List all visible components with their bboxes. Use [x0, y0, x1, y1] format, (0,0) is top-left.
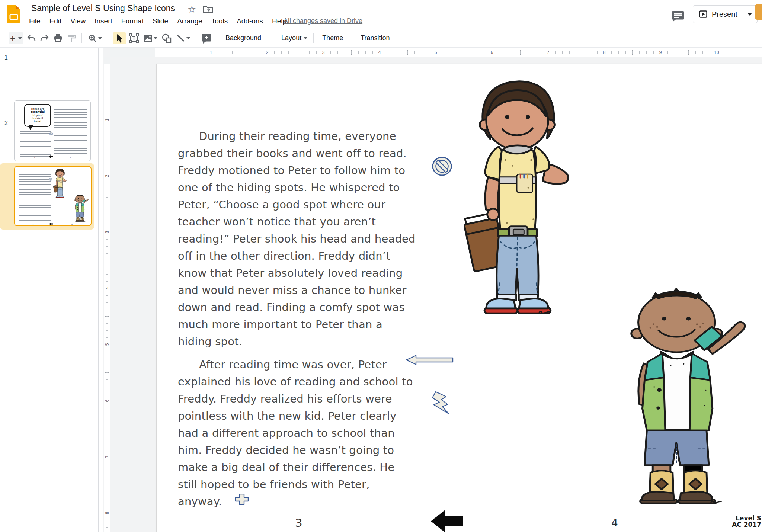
- plus-shape[interactable]: [235, 494, 249, 505]
- toolbar-divider: [108, 33, 108, 43]
- present-button[interactable]: Present: [693, 5, 758, 23]
- slide-filmstrip: 1 These areessentialto yoursurvivalhere!…: [0, 48, 103, 532]
- menu-view[interactable]: View: [70, 17, 86, 25]
- toolbar: +: [0, 29, 762, 48]
- page-number-4[interactable]: 4: [611, 517, 618, 529]
- print-icon: [53, 34, 63, 43]
- paint-roller-icon: [67, 34, 76, 43]
- story-line: During their reading time, everyone: [178, 128, 442, 145]
- vertical-ruler[interactable]: 12345678: [104, 57, 110, 532]
- story-line: teacher won’t notice that you aren’t: [178, 213, 442, 230]
- text-box-icon: [129, 33, 139, 43]
- menu-edit[interactable]: Edit: [49, 17, 62, 25]
- menu-slide[interactable]: Slide: [153, 17, 168, 25]
- toolbar-divider: [313, 33, 314, 43]
- insert-comment-button[interactable]: [201, 32, 212, 44]
- menu-addons[interactable]: Add-ons: [237, 17, 263, 25]
- new-slide-button[interactable]: +: [9, 32, 23, 44]
- thumb1-text-column-right: [54, 108, 87, 155]
- move-to-folder-icon[interactable]: [203, 5, 213, 14]
- menu-format[interactable]: Format: [121, 17, 144, 25]
- present-button-main[interactable]: Present: [693, 6, 742, 23]
- cursor-icon: [115, 33, 124, 43]
- toolbar-divider: [217, 33, 217, 43]
- print-button[interactable]: [52, 32, 64, 44]
- vertical-ruler-ticks: [104, 64, 110, 532]
- star-icon[interactable]: ☆: [188, 4, 196, 15]
- transition-button[interactable]: Transition: [355, 34, 395, 42]
- layout-button[interactable]: Layout: [275, 32, 309, 44]
- comment-add-icon: [201, 33, 212, 44]
- select-tool-button[interactable]: [113, 32, 126, 44]
- story-line: him. Freddy decided he wasn’t going to: [178, 442, 442, 459]
- story-line: one of the hiding spots. He whispered to: [178, 179, 442, 196]
- paint-format-button[interactable]: [66, 32, 77, 44]
- document-title[interactable]: Sample of Level S Using Shape Icons: [31, 3, 175, 13]
- zoom-button[interactable]: [86, 32, 103, 44]
- present-button-label: Present: [712, 10, 737, 19]
- top-bar: Sample of Level S Using Shape Icons ☆ Fi…: [0, 0, 762, 29]
- black-arrow-shape[interactable]: [431, 510, 463, 532]
- chevron-down-icon: [98, 37, 102, 39]
- comment-history-icon[interactable]: [671, 10, 685, 23]
- slide-1-number: 1: [4, 54, 8, 61]
- google-slides-logo-icon[interactable]: [7, 4, 21, 24]
- story-line: anyway.: [178, 493, 442, 510]
- h-ruler-number: 5: [433, 50, 438, 55]
- h-ruler-number: 2: [265, 50, 270, 55]
- insert-image-button[interactable]: [142, 32, 159, 44]
- story-line: had a different approach to school than: [178, 424, 442, 442]
- chevron-down-icon: [186, 37, 190, 39]
- story-line: much more important to Peter than a: [178, 316, 442, 333]
- boy-waving-clipart[interactable]: [621, 288, 746, 505]
- story-line: make a big deal of their differences. He: [178, 459, 442, 476]
- theme-button[interactable]: Theme: [317, 34, 348, 42]
- horizontal-ruler[interactable]: 12345678910: [110, 48, 762, 57]
- redo-icon: [40, 34, 49, 43]
- page-number-3[interactable]: 3: [295, 516, 302, 529]
- thumb1-text-column-left: [20, 130, 51, 157]
- story-line: down and read. Finding a comfy spot was: [178, 299, 442, 316]
- v-ruler-number: 7: [105, 455, 110, 459]
- v-ruler-number: 1: [105, 118, 110, 122]
- story-line: still hoped to be friends with Peter,: [178, 476, 442, 493]
- text-box-button[interactable]: [128, 32, 140, 44]
- slide-1-thumbnail[interactable]: These areessentialto yoursurvivalhere! 1…: [14, 100, 91, 161]
- thumb1-bubble-line: here!: [34, 120, 41, 124]
- v-ruler-number: 6: [105, 398, 110, 403]
- no-symbol-shape[interactable]: [432, 157, 452, 176]
- slide-2-thumbnail-selected[interactable]: 3 4: [14, 166, 92, 226]
- thumb2-page-number: 3: [32, 223, 33, 225]
- save-status-link[interactable]: All changes saved in Drive: [284, 17, 362, 25]
- insert-shape-button[interactable]: [161, 32, 172, 44]
- thumb2-page-number: 4: [71, 223, 73, 225]
- boy-with-book-clipart[interactable]: [463, 71, 571, 315]
- story-line: off in the other direction. Freddy didn’…: [178, 247, 442, 265]
- lightning-bolt-shape[interactable]: [430, 391, 449, 415]
- undo-button[interactable]: [26, 32, 37, 44]
- story-line: Freddy. Freddy realized his efforts were: [178, 390, 442, 407]
- insert-line-button[interactable]: [175, 32, 192, 44]
- left-arrow-shape[interactable]: [406, 355, 454, 365]
- story-line: reading!” Peter shook his head and heade…: [178, 230, 442, 247]
- story-text-box[interactable]: During their reading time, everyonegrabb…: [178, 128, 442, 510]
- shape-icon: [161, 33, 172, 43]
- redo-button[interactable]: [39, 32, 50, 44]
- chevron-down-icon: [304, 37, 307, 39]
- background-button[interactable]: Background: [220, 34, 266, 42]
- menu-arrange[interactable]: Arrange: [177, 17, 202, 25]
- thumb1-no-symbol-icon: [49, 132, 53, 135]
- level-credit-text[interactable]: Level S AC 2017: [732, 515, 761, 528]
- menu-tools[interactable]: Tools: [211, 17, 228, 25]
- chevron-down-icon: [18, 37, 22, 39]
- h-ruler-number: 8: [602, 50, 607, 55]
- menubar: FileEditViewInsertFormatSlideArrangeTool…: [29, 16, 286, 27]
- plus-icon: +: [10, 34, 15, 43]
- menu-file[interactable]: File: [29, 17, 41, 25]
- slide-canvas[interactable]: During their reading time, everyonegrabb…: [156, 64, 762, 532]
- story-line: Peter, “Choose a good spot where our: [178, 196, 442, 213]
- story-line: After reading time was over, Peter: [178, 356, 442, 373]
- story-line: and would never miss a chance to hunker: [178, 282, 442, 299]
- menu-insert[interactable]: Insert: [95, 17, 112, 25]
- user-avatar[interactable]: [755, 4, 762, 20]
